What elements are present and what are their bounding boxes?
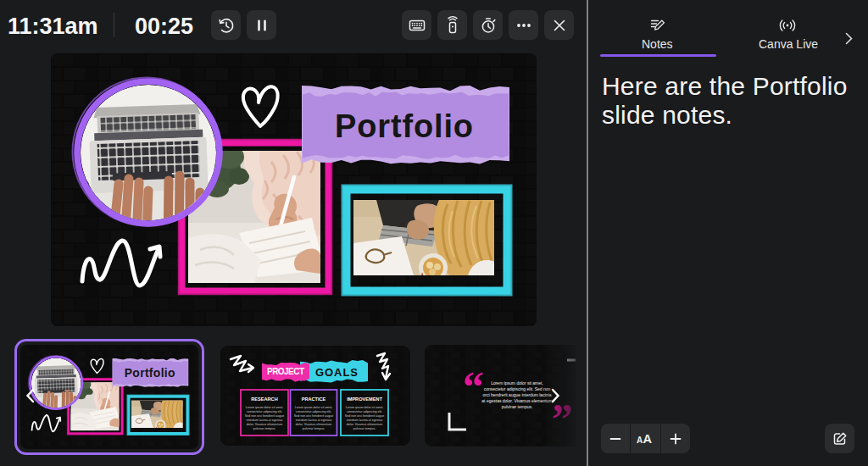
svg-text:A: A	[637, 435, 643, 445]
svg-text:A: A	[643, 432, 653, 446]
